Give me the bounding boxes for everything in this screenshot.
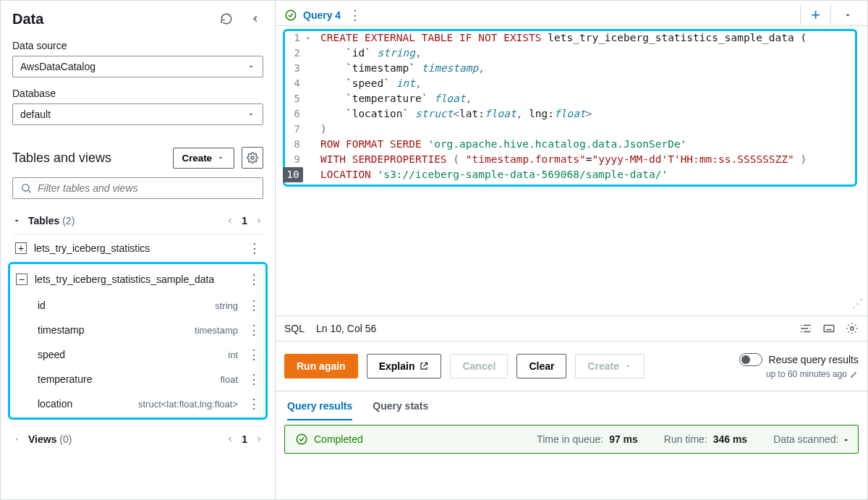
sidebar-title: Data xyxy=(12,11,43,27)
svg-point-1 xyxy=(22,185,29,191)
column-type: float xyxy=(220,374,238,385)
chevron-down-icon xyxy=(624,362,632,370)
column-row: timestamp timestamp⋮ xyxy=(13,318,263,342)
tables-views-title: Tables and views xyxy=(12,151,111,166)
column-row: location struct<lat:float,lng:float>⋮ xyxy=(13,391,263,416)
caret-right-icon[interactable] xyxy=(12,435,21,444)
tables-group-header[interactable]: Tables (2) 1 xyxy=(12,208,263,234)
svg-point-2 xyxy=(286,10,296,20)
svg-point-5 xyxy=(297,434,307,444)
data-source-label: Data source xyxy=(12,40,263,51)
queue-value: 97 ms xyxy=(609,433,638,445)
highlighted-table-block: − lets_try_iceberg_statistics_sample_dat… xyxy=(8,262,268,420)
action-bar: Run again Explain Cancel Clear Create Re… xyxy=(276,342,867,391)
format-icon[interactable] xyxy=(799,322,812,335)
gear-icon[interactable] xyxy=(846,322,859,335)
runtime-label: Run time: xyxy=(664,433,707,445)
cursor-position: Ln 10, Col 56 xyxy=(316,323,376,334)
pager-page: 1 xyxy=(242,215,247,226)
editor-tab-bar: Query 4 ⋮ + xyxy=(276,1,867,26)
column-type: timestamp xyxy=(195,325,238,336)
table-row[interactable]: − lets_try_iceberg_statistics_sample_dat… xyxy=(13,266,263,293)
tab-query-stats[interactable]: Query stats xyxy=(373,400,428,420)
divider xyxy=(830,5,831,25)
pager-next-icon[interactable] xyxy=(255,216,263,225)
pager-page: 1 xyxy=(242,433,247,445)
database-select[interactable]: default xyxy=(12,103,263,125)
line-gutter: 12345678910 xyxy=(276,30,307,315)
views-group-header[interactable]: Views (0) 1 xyxy=(12,425,263,452)
edit-icon[interactable] xyxy=(850,370,859,378)
more-icon[interactable]: ⋮ xyxy=(245,397,263,410)
column-name: speed xyxy=(38,349,65,360)
svg-point-4 xyxy=(851,327,854,331)
chevron-down-icon xyxy=(247,62,255,71)
tab-menu-button[interactable] xyxy=(837,10,859,20)
database-value: default xyxy=(20,109,51,120)
pager-next-icon[interactable] xyxy=(255,435,263,444)
chevron-down-icon xyxy=(216,153,225,162)
code-area[interactable]: CREATE EXTERNAL TABLE IF NOT EXISTS lets… xyxy=(307,30,867,315)
completed-label: Completed xyxy=(314,433,363,445)
data-source-value: AwsDataCatalog xyxy=(20,61,95,72)
sql-editor[interactable]: 12345678910 CREATE EXTERNAL TABLE IF NOT… xyxy=(276,26,867,315)
reuse-toggle[interactable] xyxy=(739,353,762,366)
filter-input[interactable] xyxy=(38,182,255,194)
create-from-query-button: Create xyxy=(575,354,644,378)
more-icon[interactable]: ⋮ xyxy=(245,373,263,386)
column-type: int xyxy=(228,349,238,360)
external-link-icon xyxy=(419,361,429,371)
check-circle-icon xyxy=(295,433,308,446)
column-name: id xyxy=(38,300,46,311)
clear-button[interactable]: Clear xyxy=(516,354,566,378)
results-tabs: Query results Query stats xyxy=(276,391,867,420)
editor-tab[interactable]: Query 4 ⋮ xyxy=(284,9,364,22)
caret-down-icon[interactable] xyxy=(12,216,21,225)
runtime-value: 346 ms xyxy=(713,433,747,445)
divider xyxy=(800,5,801,25)
cancel-button: Cancel xyxy=(450,354,508,378)
check-circle-icon xyxy=(284,9,297,22)
run-again-button[interactable]: Run again xyxy=(284,354,358,378)
svg-point-0 xyxy=(251,156,254,159)
new-tab-button[interactable]: + xyxy=(807,6,825,25)
more-icon[interactable]: ⋮ xyxy=(245,299,263,312)
table-name: lets_try_iceberg_statistics xyxy=(34,242,150,254)
table-row[interactable]: + lets_try_iceberg_statistics ⋮ xyxy=(12,234,263,262)
tab-more-icon[interactable]: ⋮ xyxy=(346,9,364,22)
scanned-value: - xyxy=(844,433,848,445)
pager-prev-icon[interactable] xyxy=(226,435,234,444)
collapse-icon[interactable]: − xyxy=(16,274,27,285)
filter-tables-box[interactable] xyxy=(12,177,263,199)
tab-query-results[interactable]: Query results xyxy=(287,400,352,420)
main-panel: Query 4 ⋮ + 12345678910 CREATE EXTERNAL … xyxy=(276,1,867,499)
data-source-select[interactable]: AwsDataCatalog xyxy=(12,56,263,77)
reuse-label: Reuse query results xyxy=(768,354,859,365)
table-name: lets_try_iceberg_statistics_sample_data xyxy=(35,274,214,285)
more-icon[interactable]: ⋮ xyxy=(245,273,263,286)
more-icon[interactable]: ⋮ xyxy=(245,348,263,361)
refresh-icon[interactable] xyxy=(217,9,236,28)
column-row: temperature float⋮ xyxy=(13,367,263,391)
scanned-label: Data scanned: xyxy=(773,433,838,445)
gear-icon xyxy=(247,152,258,164)
create-button[interactable]: Create xyxy=(173,148,235,169)
collapse-sidebar-icon[interactable] xyxy=(247,9,263,28)
editor-status-bar: SQL Ln 10, Col 56 xyxy=(276,315,867,342)
explain-button[interactable]: Explain xyxy=(367,354,442,378)
column-name: temperature xyxy=(38,373,92,385)
tab-label: Query 4 xyxy=(303,9,341,21)
editor-language: SQL xyxy=(284,323,305,334)
more-icon[interactable]: ⋮ xyxy=(245,323,263,336)
reuse-subtext: up to 60 minutes ago xyxy=(766,369,847,379)
keyboard-icon[interactable] xyxy=(822,322,835,335)
expand-icon[interactable]: + xyxy=(15,242,27,254)
more-icon[interactable]: ⋮ xyxy=(246,242,263,255)
column-type: string xyxy=(215,300,238,311)
column-name: timestamp xyxy=(38,324,85,336)
resize-handle-icon[interactable]: ⋰ xyxy=(852,296,863,311)
settings-button[interactable] xyxy=(242,147,263,169)
pager-prev-icon[interactable] xyxy=(226,216,234,225)
column-name: location xyxy=(38,398,72,410)
column-row: id string⋮ xyxy=(13,293,263,318)
